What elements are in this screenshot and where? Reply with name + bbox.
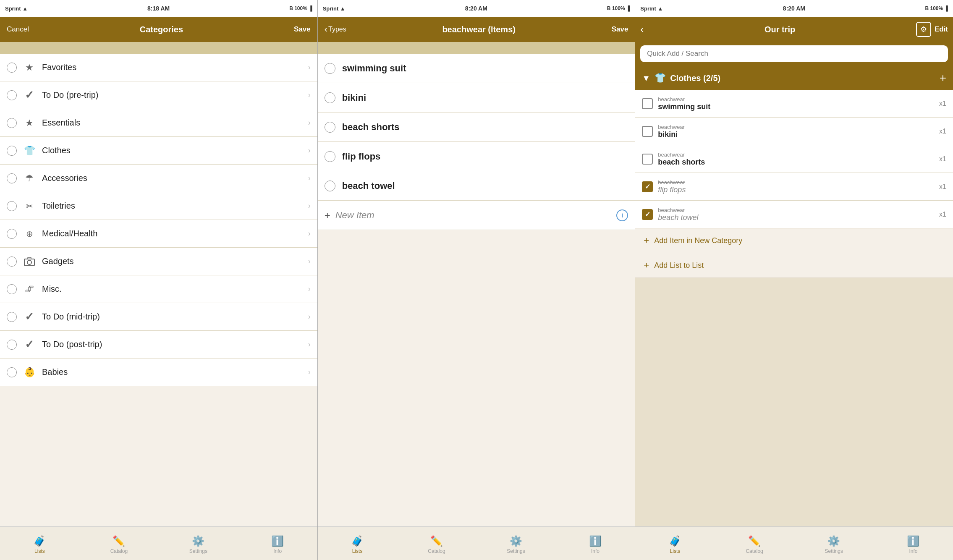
item-cat-flip-flops: beachwear (658, 179, 934, 186)
check-mid-icon: ✓ (22, 309, 37, 324)
list-item[interactable]: ⊕ Medical/Health › (0, 220, 317, 248)
save-button-beachwear[interactable]: Save (612, 25, 628, 34)
tab-bar-3: 🧳 Lists ✏️ Catalog ⚙️ Settings ℹ️ Info (635, 526, 953, 560)
radio-swimming-suit[interactable] (325, 63, 335, 74)
list-item[interactable]: swimming suit (318, 54, 635, 83)
list-item[interactable]: beachwear swimming suit x1 (635, 90, 953, 118)
list-item[interactable]: beach towel (318, 171, 635, 201)
item-info-swimming-suit: beachwear swimming suit (658, 96, 934, 111)
back-button-ourtrip[interactable]: ‹ (640, 24, 644, 35)
save-button-categories[interactable]: Save (294, 25, 311, 34)
svg-point-1 (27, 260, 31, 264)
item-info-flip-flops: beachwear flip flops (658, 179, 934, 194)
list-item[interactable]: 👶 Babies › (0, 359, 317, 386)
lists-icon-2: 🧳 (351, 535, 364, 547)
item-label-swimming-suit: swimming suit (342, 63, 628, 74)
settings-icon-3: ⚙️ (827, 535, 840, 547)
section-divider-2 (318, 42, 635, 54)
tab-catalog-3[interactable]: ✏️ Catalog (715, 533, 794, 554)
back-label-beachwear: Types (328, 26, 346, 33)
tab-catalog-1[interactable]: ✏️ Catalog (79, 533, 159, 554)
info-icon-1: ℹ️ (271, 535, 284, 547)
clothes-category-header[interactable]: ▼ 👕 Clothes (2/5) + (635, 66, 953, 90)
checkbox-beach-shorts[interactable] (642, 154, 653, 165)
radio-todo-pre[interactable] (7, 90, 17, 100)
radio-todo-post[interactable] (7, 340, 17, 350)
list-item[interactable]: ✂ Toiletries › (0, 192, 317, 220)
shirt-header-icon: 👕 (655, 73, 666, 84)
add-list-to-list-button[interactable]: + Add List to List (635, 253, 953, 278)
list-item[interactable]: beach shorts (318, 113, 635, 142)
nav-right-ourtrip: ⚙ Edit (916, 22, 948, 37)
nav-title-ourtrip: Our trip (764, 25, 795, 34)
tab-lists-2[interactable]: 🧳 Lists (318, 533, 397, 554)
tab-lists-3[interactable]: 🧳 Lists (635, 533, 715, 554)
checkbox-bikini[interactable] (642, 126, 653, 137)
add-section-ourtrip: + Add Item in New Category + Add List to… (635, 228, 953, 278)
tab-info-1[interactable]: ℹ️ Info (238, 533, 317, 554)
list-item[interactable]: flip flops (318, 142, 635, 171)
add-item-new-category-button[interactable]: + Add Item in New Category (635, 228, 953, 253)
list-item[interactable]: bikini (318, 83, 635, 113)
info-button-beachwear[interactable]: i (616, 209, 628, 221)
list-item[interactable]: ★ Favorites › (0, 54, 317, 81)
list-item[interactable]: beachwear bikini x1 (635, 118, 953, 145)
list-item[interactable]: 🖇 Misc. › (0, 275, 317, 303)
item-info-bikini: beachwear bikini (658, 124, 934, 139)
radio-favorites[interactable] (7, 63, 17, 73)
item-info-beach-shorts: beachwear beach shorts (658, 152, 934, 167)
cat-label-toiletries: Toiletries (42, 201, 308, 211)
list-item[interactable]: ✓ To Do (post-trip) › (0, 331, 317, 359)
radio-clothes[interactable] (7, 146, 17, 156)
tab-lists-1[interactable]: 🧳 Lists (0, 533, 79, 554)
checkbox-flip-flops[interactable]: ✓ (642, 181, 653, 192)
item-label-flip-flops: flip flops (342, 151, 628, 162)
new-item-row[interactable]: + New Item i (318, 201, 635, 230)
radio-todo-mid[interactable] (7, 312, 17, 322)
radio-flip-flops[interactable] (325, 151, 335, 162)
radio-accessories[interactable] (7, 173, 17, 183)
cat-label-todo-post: To Do (post-trip) (42, 340, 308, 349)
back-button-beachwear[interactable]: ‹ Types (325, 24, 346, 35)
tab-settings-3[interactable]: ⚙️ Settings (794, 533, 874, 554)
cat-label-accessories: Accessories (42, 173, 308, 183)
list-item[interactable]: Gadgets › (0, 248, 317, 275)
list-item[interactable]: beachwear beach shorts x1 (635, 145, 953, 173)
radio-misc[interactable] (7, 284, 17, 294)
tab-settings-2[interactable]: ⚙️ Settings (476, 533, 556, 554)
tab-catalog-2[interactable]: ✏️ Catalog (397, 533, 476, 554)
chevron-favorites: › (308, 63, 311, 72)
item-cat-beach-towel: beachwear (658, 207, 934, 213)
radio-bikini[interactable] (325, 92, 335, 103)
radio-medical[interactable] (7, 229, 17, 239)
radio-toiletries[interactable] (7, 201, 17, 211)
tab-info-3[interactable]: ℹ️ Info (874, 533, 953, 554)
radio-beach-shorts[interactable] (325, 122, 335, 133)
radio-beach-towel[interactable] (325, 181, 335, 191)
quick-add-search-input[interactable] (640, 45, 948, 62)
tab-settings-1[interactable]: ⚙️ Settings (159, 533, 238, 554)
cancel-button[interactable]: Cancel (7, 25, 29, 34)
radio-essentials[interactable] (7, 118, 17, 128)
checkbox-swimming-suit[interactable] (642, 98, 653, 109)
list-item[interactable]: ✓ To Do (mid-trip) › (0, 303, 317, 331)
cat-label-todo-mid: To Do (mid-trip) (42, 312, 308, 322)
nav-bar-categories: Cancel Categories Save (0, 17, 317, 42)
list-item[interactable]: 👕 Clothes › (0, 137, 317, 165)
list-item[interactable]: ✓ To Do (pre-trip) › (0, 81, 317, 109)
gear-settings-button[interactable]: ⚙ (916, 22, 931, 37)
empty-space-3 (635, 278, 953, 526)
item-cat-beach-shorts: beachwear (658, 152, 934, 158)
cat-label-essentials: Essentials (42, 118, 308, 128)
add-to-clothes-icon[interactable]: + (940, 71, 946, 85)
list-item[interactable]: ★ Essentials › (0, 109, 317, 137)
list-item[interactable]: ☂ Accessories › (0, 165, 317, 192)
list-item[interactable]: ✓ beachwear flip flops x1 (635, 173, 953, 201)
radio-babies[interactable] (7, 367, 17, 377)
tab-info-2[interactable]: ℹ️ Info (555, 533, 635, 554)
beachwear-items-list: swimming suit bikini beach shorts flip f… (318, 54, 635, 526)
list-item[interactable]: ✓ beachwear beach towel x1 (635, 201, 953, 228)
checkbox-beach-towel[interactable]: ✓ (642, 209, 653, 220)
edit-button-ourtrip[interactable]: Edit (935, 25, 948, 34)
radio-gadgets[interactable] (7, 256, 17, 267)
